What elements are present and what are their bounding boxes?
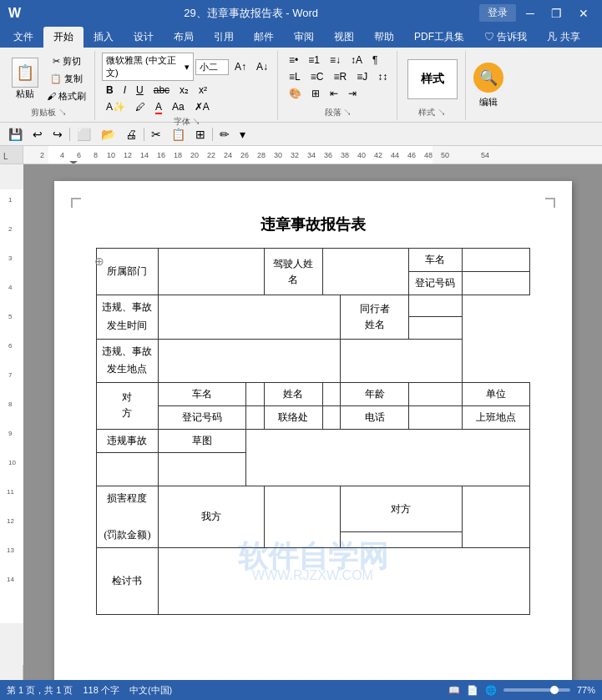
status-bar: 第 1 页，共 1 页 118 个字 中文(中国) 📖 📄 🌐 77% [0, 680, 602, 700]
para-indent-row: 🎨 ⊞ ⇤ ⇥ [285, 86, 392, 101]
styles-gallery[interactable]: 样式 [407, 59, 458, 99]
multilevel-button[interactable]: ≡↓ [326, 53, 345, 68]
incident-location-right[interactable] [341, 339, 462, 382]
track-changes-button[interactable]: ✏ [216, 126, 233, 143]
text-highlight-button[interactable]: 🖊 [131, 99, 149, 114]
format-painter-button[interactable]: 🖌 格式刷 [43, 88, 89, 104]
other-age-value[interactable] [409, 382, 462, 405]
align-right-button[interactable]: ≡R [329, 69, 351, 84]
svg-text:4: 4 [8, 284, 13, 291]
tab-insert[interactable]: 插入 [83, 27, 124, 48]
numbering-button[interactable]: ≡1 [304, 53, 324, 68]
tab-mailings[interactable]: 邮件 [244, 27, 284, 48]
other-person-name-label: 姓名 [265, 382, 322, 405]
redo-button[interactable]: ↪ [49, 126, 66, 143]
draw-table-button[interactable]: ⊞ [192, 126, 209, 143]
violation-extra[interactable] [159, 453, 246, 486]
open-button[interactable]: 📂 [98, 126, 119, 143]
clear-format-button[interactable]: ✗A [190, 99, 214, 114]
add-table-button[interactable]: ⊕ [94, 254, 104, 268]
restore-button[interactable]: ❐ [544, 0, 569, 26]
zoom-slider[interactable] [503, 688, 570, 692]
cut-button[interactable]: ✂ 剪切 [43, 53, 89, 69]
strikethrough-button[interactable]: abc [149, 83, 174, 98]
font-size-aa-button[interactable]: Aa [168, 99, 189, 114]
outdent-button[interactable]: ⇤ [326, 86, 342, 101]
tab-view[interactable]: 视图 [324, 27, 364, 48]
cut-quick-button[interactable]: ✂ [148, 126, 164, 143]
svg-text:26: 26 [240, 151, 249, 159]
our-side-value[interactable] [265, 486, 341, 548]
tab-layout[interactable]: 布局 [164, 27, 204, 48]
show-marks-button[interactable]: ¶ [368, 53, 382, 68]
companion-value-1[interactable] [409, 295, 462, 317]
incident-time-value[interactable] [159, 295, 341, 339]
font-color-row: A✨ 🖊 A Aa ✗A [102, 99, 272, 114]
undo-button[interactable]: ↩ [29, 126, 46, 143]
align-left-button[interactable]: ≡L [285, 69, 305, 84]
tab-share[interactable]: 凡 共享 [537, 27, 589, 48]
view-read-icon[interactable]: 📖 [448, 685, 460, 696]
violation-value[interactable] [96, 453, 159, 486]
dept-value[interactable] [159, 249, 265, 295]
find-button[interactable]: 🔍 [473, 63, 503, 93]
other-side-value-2[interactable] [341, 532, 462, 548]
sketch-value[interactable] [246, 430, 529, 486]
tab-tellme[interactable]: ♡ 告诉我 [474, 27, 537, 48]
bold-button[interactable]: B [102, 83, 118, 98]
font-size-dropdown[interactable]: 小二 [195, 59, 229, 75]
sort-button[interactable]: ↕A [347, 53, 367, 68]
font-size-increase-button[interactable]: A↑ [230, 59, 250, 74]
incident-location-value[interactable] [159, 339, 341, 382]
italic-button[interactable]: I [119, 83, 130, 98]
view-web-icon[interactable]: 🌐 [485, 685, 497, 696]
tab-design[interactable]: 设计 [124, 27, 164, 48]
review-value[interactable] [159, 548, 529, 615]
minimize-button[interactable]: ─ [519, 0, 541, 26]
driver-name-value[interactable] [322, 249, 409, 295]
other-car-name-value[interactable] [246, 382, 265, 405]
align-center-button[interactable]: ≡C [306, 69, 328, 84]
login-button[interactable]: 登录 [479, 4, 516, 22]
font-color-button[interactable]: A [151, 99, 166, 114]
bullets-button[interactable]: ≡• [285, 53, 302, 68]
other-contact-value[interactable] [322, 405, 341, 429]
borders-button[interactable]: ⊞ [307, 86, 324, 101]
car-name-label: 车名 [409, 249, 462, 272]
tab-home[interactable]: 开始 [43, 27, 83, 48]
paste-button[interactable]: 📋 粘贴 [8, 56, 42, 102]
save-button[interactable]: 💾 [5, 126, 26, 143]
underline-button[interactable]: U [132, 83, 148, 98]
copy-button[interactable]: 📋 复制 [43, 71, 89, 87]
svg-text:14: 14 [7, 576, 14, 583]
copy-quick-button[interactable]: 📋 [168, 126, 189, 143]
tab-references[interactable]: 引用 [204, 27, 244, 48]
subscript-button[interactable]: x₂ [175, 83, 193, 98]
reg-number-value[interactable] [462, 272, 529, 295]
tab-file[interactable]: 文件 [3, 27, 43, 48]
companion-value-2[interactable] [409, 317, 462, 339]
new-button[interactable]: ⬜ [73, 126, 94, 143]
close-button[interactable]: ✕ [572, 0, 595, 26]
shading-button[interactable]: 🎨 [285, 86, 306, 101]
tab-pdf[interactable]: PDF工具集 [404, 27, 474, 48]
superscript-button[interactable]: x² [195, 83, 211, 98]
font-name-dropdown[interactable]: 微软雅黑 (中文正文) ▾ [102, 53, 194, 81]
view-print-icon[interactable]: 📄 [467, 685, 478, 696]
font-size-decrease-button[interactable]: A↓ [252, 59, 272, 74]
tab-review[interactable]: 审阅 [284, 27, 324, 48]
other-person-name-value[interactable] [322, 382, 341, 405]
tab-help[interactable]: 帮助 [364, 27, 404, 48]
other-phone-value[interactable] [409, 405, 462, 429]
other-side-value[interactable] [462, 486, 529, 548]
car-name-value[interactable] [462, 249, 529, 272]
title-bar-left: W [7, 6, 23, 21]
indent-button[interactable]: ⇥ [344, 86, 361, 101]
other-reg-value[interactable] [246, 405, 265, 429]
ruler-corner[interactable]: L [0, 146, 23, 164]
justify-button[interactable]: ≡J [352, 69, 372, 84]
print-button[interactable]: 🖨 [122, 126, 140, 143]
text-effect-button[interactable]: A✨ [102, 99, 129, 114]
line-spacing-button[interactable]: ↕↕ [373, 69, 392, 84]
more-qt-button[interactable]: ▾ [236, 126, 249, 143]
